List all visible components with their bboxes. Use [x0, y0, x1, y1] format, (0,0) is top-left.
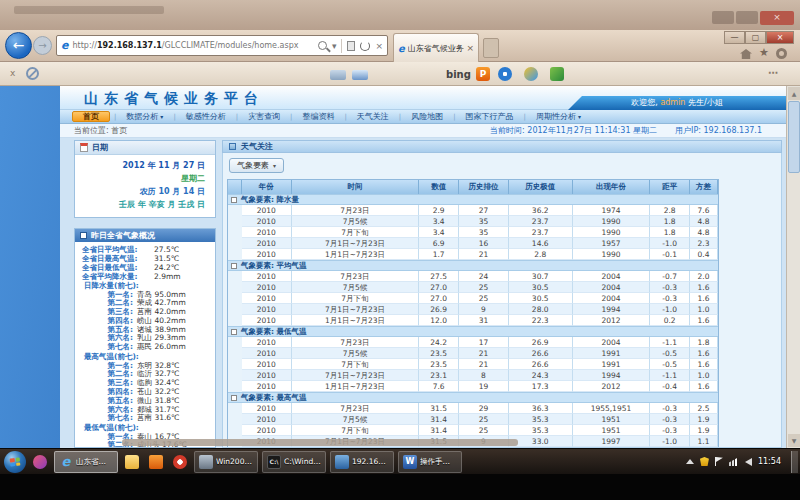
column-header-3[interactable]: 历史排位: [459, 180, 509, 194]
table-row[interactable]: 20107月5候31.42535.31951-0.31.9: [228, 414, 718, 425]
show-desktop-button[interactable]: [791, 451, 798, 473]
background-maximize-button[interactable]: [736, 11, 758, 24]
table-row[interactable]: 20107月5候23.52126.61991-0.51.6: [228, 348, 718, 359]
stop-icon[interactable]: ×: [375, 41, 383, 51]
taskbar-window-2[interactable]: [122, 451, 142, 473]
nav-item-6[interactable]: 风险地图: [405, 111, 449, 122]
column-header-5[interactable]: 出现年份: [573, 180, 651, 194]
new-tab-button[interactable]: [483, 38, 499, 58]
more-options-icon[interactable]: ⋯: [768, 67, 779, 78]
compatibility-view-icon[interactable]: [347, 41, 355, 51]
horizontal-scrollbar-thumb[interactable]: [122, 439, 518, 446]
toolbar-close-icon[interactable]: x: [10, 68, 15, 78]
taskbar-clock[interactable]: 11:54: [758, 457, 781, 466]
tab-close-icon[interactable]: ×: [466, 43, 474, 53]
nav-item-5[interactable]: 天气关注: [351, 111, 395, 122]
table-row[interactable]: 20107月1日~7月23日26.9928.01994-1.01.0: [228, 304, 718, 315]
section-checkbox[interactable]: [231, 263, 237, 269]
nav-item-1[interactable]: 数据分析▾: [120, 111, 169, 122]
search-icon[interactable]: [318, 41, 327, 50]
table-row[interactable]: 20107月1日~7月23日6.91614.61957-1.02.3: [228, 238, 718, 249]
table-row[interactable]: 20101月1日~7月23日12.03122.320120.21.6: [228, 315, 718, 326]
taskbar-window-8[interactable]: W操作手册.docx -...: [398, 451, 462, 473]
search-provider-icon[interactable]: P: [476, 67, 490, 81]
table-row[interactable]: 20101月1日~7月23日7.61917.32012-0.41.6: [228, 381, 718, 392]
table-row[interactable]: 20107月下旬23.52126.61991-0.51.6: [228, 359, 718, 370]
hidden-icon[interactable]: [686, 459, 694, 464]
bing-logo[interactable]: bing: [446, 69, 471, 80]
volume-icon[interactable]: [745, 458, 752, 466]
table-row[interactable]: 20107月下旬3.43523.719901.84.8: [228, 227, 718, 238]
element-filter-button[interactable]: 气象要素 ▾: [229, 158, 284, 173]
favorites-star-icon[interactable]: ★: [759, 46, 769, 59]
table-row[interactable]: 20107月23日31.52936.31955,1951-0.32.5: [228, 403, 718, 414]
table-row[interactable]: 20107月1日~7月23日23.1824.31994-1.11.0: [228, 370, 718, 381]
table-row[interactable]: 20107月下旬27.02530.52004-0.31.6: [228, 293, 718, 304]
section-checkbox[interactable]: [231, 395, 237, 401]
table-row[interactable]: 20107月23日24.21726.92004-1.11.8: [228, 337, 718, 348]
shield-icon[interactable]: [700, 457, 709, 466]
flag-icon[interactable]: [715, 457, 723, 466]
taskbar-window-title: C:\Windows\s...: [284, 457, 321, 466]
table-row[interactable]: 20107月5候27.02530.52004-0.31.6: [228, 282, 718, 293]
nav-separator: |: [340, 113, 350, 121]
start-button[interactable]: [4, 451, 26, 473]
cell: 1.6: [690, 381, 718, 392]
nav-item-3[interactable]: 灾害查询: [242, 111, 286, 122]
table-row[interactable]: 20101月1日~7月23日1.7212.81990-0.10.4: [228, 249, 718, 260]
taskbar-window-3[interactable]: [146, 451, 166, 473]
media-toolbar-icon[interactable]: [498, 67, 512, 81]
background-minimize-button[interactable]: [712, 11, 734, 24]
back-button[interactable]: ←: [5, 32, 32, 59]
nav-item-8[interactable]: 周期性分析▾: [530, 111, 587, 122]
vertical-scrollbar-thumb[interactable]: [788, 101, 800, 173]
taskbar-window-0[interactable]: [30, 451, 50, 473]
nav-item-4[interactable]: 整编资料: [296, 111, 340, 122]
forward-button[interactable]: →: [33, 36, 52, 55]
background-close-button[interactable]: ×: [760, 11, 794, 25]
column-header-4[interactable]: 历史极值: [509, 180, 573, 194]
refresh-icon[interactable]: [360, 41, 370, 51]
section-checkbox[interactable]: [231, 329, 237, 335]
calendar-panel: 日期 2012 年 11 月 27 日星期二农历 10 月 14 日壬辰 年 辛…: [74, 140, 216, 218]
cell: -0.3: [650, 425, 690, 436]
scroll-down-icon[interactable]: ▼: [788, 434, 800, 447]
url-text[interactable]: http://192.168.137.1/GLCCLIMATE/modules/…: [72, 41, 313, 50]
table-row[interactable]: 20107月23日2.92736.219742.87.6: [228, 205, 718, 216]
table-row[interactable]: 20107月23日27.52430.72004-0.72.0: [228, 271, 718, 282]
cell: 7月下旬: [292, 293, 419, 304]
table-row[interactable]: 20107月下旬31.42535.31951-0.31.9: [228, 425, 718, 436]
nav-item-7[interactable]: 国家下行产品: [460, 111, 520, 122]
blocked-icon[interactable]: [26, 67, 39, 80]
taskbar-window-6[interactable]: C:\C:\Windows\s...: [262, 451, 326, 473]
maximize-button[interactable]: ▢: [745, 31, 766, 44]
network-icon[interactable]: [729, 457, 739, 466]
nav-item-2[interactable]: 敏感性分析: [180, 111, 232, 122]
column-header-7[interactable]: 方差: [690, 180, 718, 194]
cell: 2010: [242, 348, 292, 359]
minimize-button[interactable]: —: [724, 31, 745, 44]
misc-toolbar-icon[interactable]: [524, 67, 538, 81]
mail-icon[interactable]: [352, 70, 368, 80]
taskbar-window-7[interactable]: 192.168.59.99...: [330, 451, 394, 473]
close-button[interactable]: ×: [766, 31, 794, 44]
taskbar-window-1[interactable]: e山东省气候...: [54, 451, 118, 473]
table-row[interactable]: 20107月5候3.43523.719901.84.8: [228, 216, 718, 227]
browser-tab[interactable]: e 山东省气候业务平... ×: [393, 33, 479, 62]
column-header-0[interactable]: 年份: [242, 180, 292, 194]
column-header-2[interactable]: 数值: [419, 180, 459, 194]
home-icon[interactable]: [740, 49, 752, 59]
gear-icon[interactable]: [776, 48, 787, 59]
column-header-1[interactable]: 时间: [292, 180, 419, 194]
address-bar[interactable]: e http://192.168.137.1/GLCCLIMATE/module…: [56, 35, 388, 56]
vertical-scrollbar[interactable]: ▲ ▼: [786, 86, 800, 448]
search-dropdown-icon[interactable]: ▾: [332, 41, 337, 51]
nav-item-0[interactable]: 首页: [72, 111, 110, 122]
card-icon[interactable]: [330, 70, 346, 80]
scroll-up-icon[interactable]: ▲: [788, 87, 800, 100]
taskbar-window-5[interactable]: Win2008 (VS2...: [194, 451, 258, 473]
plugin-icon[interactable]: [550, 67, 564, 81]
section-checkbox[interactable]: [231, 197, 237, 203]
taskbar-window-4[interactable]: [170, 451, 190, 473]
column-header-6[interactable]: 距平: [650, 180, 690, 194]
